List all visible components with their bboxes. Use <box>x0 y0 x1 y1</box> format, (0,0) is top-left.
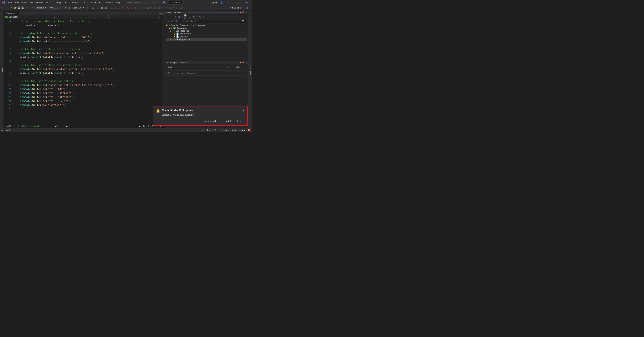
minimize-button[interactable]: ─ <box>225 1 232 4</box>
menu-project[interactable]: Project <box>35 1 44 4</box>
tab-dropdown-icon[interactable]: ▾ <box>160 12 161 15</box>
live-share-button[interactable]: ⇗ Live Share 👤 <box>230 6 250 9</box>
split-icon[interactable]: ✛ <box>161 15 165 19</box>
new-project-icon[interactable]: ✦ <box>10 6 13 9</box>
output-icon[interactable]: ▭ <box>1 129 3 131</box>
properties-icon[interactable]: 🔧 <box>198 15 201 18</box>
open-icon[interactable]: 📂 <box>14 6 17 9</box>
tab-program-cs[interactable]: Program.cs <box>4 11 20 15</box>
redo-icon[interactable]: ↷ <box>30 6 33 9</box>
file-gitattributes[interactable]: 🔒📄.gitattributes <box>166 32 247 35</box>
branch-dropdown[interactable]: main▾ <box>166 65 230 69</box>
platform-dropdown[interactable]: Any CPU▾ <box>48 6 68 9</box>
project-combo[interactable]: C#Calculator▾ <box>4 15 56 19</box>
update-notification-toast: 🔔 Visual Studio 2022 update ✕ Version 17… <box>153 106 248 126</box>
member-combo[interactable]: ▾ <box>108 15 161 19</box>
sign-in-link[interactable]: Sign in <box>211 1 218 4</box>
bookmark-icon[interactable]: 🔖 <box>126 6 129 9</box>
menu-edit[interactable]: Edit <box>14 1 20 4</box>
menu-view[interactable]: View <box>20 1 28 4</box>
maximize-button[interactable]: ▢ <box>234 1 241 4</box>
git-repo-status[interactable]: ◈ Calculator ▴ <box>232 129 245 131</box>
layout-icon[interactable]: ▥ <box>104 6 108 9</box>
git-pending-changes[interactable]: ✎ 1 <box>212 129 216 131</box>
step-icon[interactable]: ⎘ <box>97 6 100 9</box>
break-icon[interactable]: ▦ <box>101 6 104 9</box>
panel-close-icon[interactable]: ✕ <box>245 11 247 14</box>
menu-window[interactable]: Window <box>103 1 114 4</box>
line-indicator[interactable]: Ln: 10 <box>143 125 149 127</box>
start-debug-button[interactable]: ▶ <box>69 6 72 9</box>
panel-dropdown-icon[interactable]: ▾ <box>240 11 241 14</box>
menu-file[interactable]: File <box>7 1 14 4</box>
switch-view-icon[interactable]: ◨ <box>178 15 181 18</box>
global-search[interactable]: 🔍 <box>125 1 167 4</box>
dependencies-node[interactable]: ▷⬚Dependencies <box>166 29 247 32</box>
solution-node[interactable]: 🔒◫Solution 'Calculator' (1 of 1 project) <box>166 24 247 27</box>
menu-test[interactable]: Test <box>62 1 70 4</box>
main-toolbar: ◦← → ✦ 📂 💾 💾 ↶ ↷ Debug▾ Any CPU▾ ▶ Calcu… <box>0 5 252 11</box>
menu-extensions[interactable]: Extensions <box>89 1 103 4</box>
back-icon[interactable]: ◦← <box>1 6 4 9</box>
hscroll-left[interactable]: ◀ <box>66 125 68 127</box>
code-content[interactable]: // Declare variables and then initialize… <box>14 19 162 124</box>
more-icon[interactable]: ⋯ <box>244 66 246 68</box>
fwd-nav-icon[interactable]: → <box>170 15 173 18</box>
search-input[interactable] <box>126 1 163 4</box>
file-program-cs[interactable]: ▷✔C#Program.cs <box>166 38 247 41</box>
solution-explorer-header[interactable]: Solution Explorer ▾ 📌 ✕ <box>165 11 248 14</box>
brush-icon[interactable]: 🖌 ▾ <box>54 125 58 127</box>
toolbox-rail[interactable]: Toolbox <box>0 11 4 128</box>
pin-icon[interactable]: 📌 <box>242 11 244 14</box>
config-dropdown[interactable]: Debug▾ <box>36 6 48 9</box>
save-icon[interactable]: 💾 <box>18 6 20 9</box>
hot-reload-icon[interactable]: 🔥 <box>92 6 94 9</box>
notification-bell-icon[interactable]: 🔔 <box>248 129 250 131</box>
push-button[interactable]: Push <box>231 65 243 69</box>
tab-settings-icon[interactable]: ⚙ <box>162 12 164 15</box>
zoom-level[interactable]: 100 % <box>5 125 11 127</box>
notifications-rail[interactable]: Notifications <box>248 11 252 128</box>
menu-tools[interactable]: Tools <box>81 1 89 4</box>
preview-icon[interactable]: ▫ <box>202 15 205 18</box>
panel-close-icon[interactable]: ✕ <box>245 61 247 64</box>
git-changes-header[interactable]: Git Changes - Calculator ▾ 📌 ✕ <box>165 61 248 64</box>
no-issues-indicator[interactable]: ✔No issues found <box>22 125 39 127</box>
back-nav-icon[interactable]: ← <box>166 15 169 18</box>
save-all-icon[interactable]: 💾 <box>21 6 24 9</box>
notification-close-button[interactable]: ✕ <box>242 109 244 113</box>
git-branch-status[interactable]: ⎇ main ▴ <box>219 129 228 131</box>
menu-help[interactable]: Help <box>114 1 122 4</box>
menu-analyze[interactable]: Analyze <box>70 1 81 4</box>
home-icon[interactable]: ⌂ <box>174 15 177 18</box>
panel-dropdown-icon[interactable]: ▾ <box>240 61 241 64</box>
update-on-close-button[interactable]: Update on close <box>222 119 244 123</box>
sync-icon[interactable]: ⊡ <box>188 15 191 18</box>
person-icon[interactable]: 👤 <box>220 1 223 4</box>
menu-build[interactable]: Build <box>44 1 53 4</box>
view-details-button[interactable]: View details <box>202 119 220 123</box>
pending-icon[interactable]: 🕐▾ <box>184 15 187 18</box>
project-node[interactable]: ◢🔒C#Calculator <box>166 27 247 29</box>
account-icon[interactable]: 👤 <box>246 6 248 9</box>
menu-git[interactable]: Git <box>28 1 35 4</box>
showall-icon[interactable]: ▣ <box>192 15 195 18</box>
undo-icon[interactable]: ↶ <box>27 6 30 9</box>
close-button[interactable]: ✕ <box>243 1 250 4</box>
solution-search[interactable]: 🔍▾ <box>166 19 247 23</box>
forward-icon[interactable]: → <box>5 6 8 9</box>
hscroll-right[interactable]: ▶ <box>139 125 140 127</box>
solution-tree[interactable]: 🔒◫Solution 'Calculator' (1 of 1 project)… <box>165 23 248 41</box>
menu-debug[interactable]: Debug <box>53 1 62 4</box>
commit-message-input[interactable]: Enter a message <Required> <box>166 70 246 76</box>
pin-icon[interactable]: 📌 <box>242 61 244 64</box>
code-editor[interactable]: 4567891011121314151617181920212223242526… <box>4 19 165 124</box>
git-sync-status[interactable]: ↑↓ 3 / 0 ▴ <box>201 129 210 131</box>
intellicode-icon[interactable]: ❍ <box>17 125 19 127</box>
type-combo[interactable]: ▾ <box>56 15 108 19</box>
status-ready: Ready <box>5 129 11 131</box>
bell-icon: 🔔 <box>156 109 160 113</box>
start-target-label[interactable]: Calculator <box>72 6 82 9</box>
start-nodebug-button[interactable]: ▷ <box>86 6 89 9</box>
file-gitignore[interactable]: 🔒📄.gitignore <box>166 35 247 38</box>
